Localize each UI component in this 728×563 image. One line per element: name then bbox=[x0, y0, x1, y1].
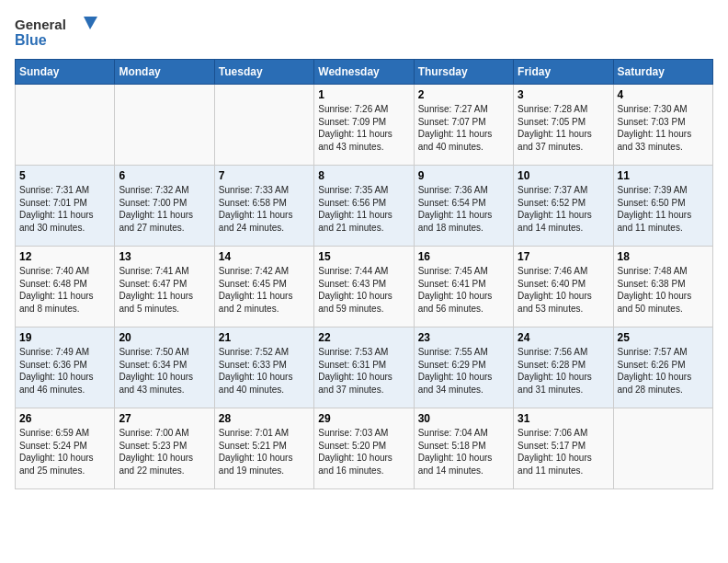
day-cell: 26Sunrise: 6:59 AM Sunset: 5:24 PM Dayli… bbox=[16, 408, 115, 489]
calendar-table: SundayMondayTuesdayWednesdayThursdayFrid… bbox=[15, 59, 713, 489]
day-info: Sunrise: 7:42 AM Sunset: 6:45 PM Dayligh… bbox=[219, 265, 310, 315]
day-cell: 4Sunrise: 7:30 AM Sunset: 7:03 PM Daylig… bbox=[613, 85, 712, 166]
day-number: 19 bbox=[19, 331, 110, 344]
svg-text:General: General bbox=[15, 17, 66, 32]
day-cell: 18Sunrise: 7:48 AM Sunset: 6:38 PM Dayli… bbox=[613, 247, 712, 327]
weekday-header-row: SundayMondayTuesdayWednesdayThursdayFrid… bbox=[16, 60, 713, 85]
day-info: Sunrise: 7:31 AM Sunset: 7:01 PM Dayligh… bbox=[19, 184, 110, 234]
day-cell: 19Sunrise: 7:49 AM Sunset: 6:36 PM Dayli… bbox=[16, 327, 115, 408]
day-info: Sunrise: 7:49 AM Sunset: 6:36 PM Dayligh… bbox=[19, 346, 110, 396]
day-number: 2 bbox=[418, 88, 509, 101]
day-info: Sunrise: 6:59 AM Sunset: 5:24 PM Dayligh… bbox=[19, 427, 110, 477]
day-number: 18 bbox=[618, 250, 709, 263]
day-cell: 22Sunrise: 7:53 AM Sunset: 6:31 PM Dayli… bbox=[314, 327, 414, 408]
day-cell: 9Sunrise: 7:36 AM Sunset: 6:54 PM Daylig… bbox=[414, 166, 513, 247]
day-info: Sunrise: 7:53 AM Sunset: 6:31 PM Dayligh… bbox=[318, 346, 409, 396]
week-row-2: 5Sunrise: 7:31 AM Sunset: 7:01 PM Daylig… bbox=[16, 166, 713, 247]
logo-svg: GeneralBlue bbox=[15, 15, 97, 52]
day-info: Sunrise: 7:28 AM Sunset: 7:05 PM Dayligh… bbox=[518, 103, 609, 153]
day-cell bbox=[613, 408, 712, 489]
day-info: Sunrise: 7:40 AM Sunset: 6:48 PM Dayligh… bbox=[19, 265, 110, 315]
day-cell: 11Sunrise: 7:39 AM Sunset: 6:50 PM Dayli… bbox=[613, 166, 712, 247]
week-row-1: 1Sunrise: 7:26 AM Sunset: 7:09 PM Daylig… bbox=[16, 85, 713, 166]
svg-marker-0 bbox=[84, 17, 97, 29]
day-info: Sunrise: 7:33 AM Sunset: 6:58 PM Dayligh… bbox=[219, 184, 310, 234]
day-info: Sunrise: 7:52 AM Sunset: 6:33 PM Dayligh… bbox=[219, 346, 310, 396]
weekday-header-monday: Monday bbox=[115, 60, 214, 85]
weekday-header-thursday: Thursday bbox=[414, 60, 513, 85]
day-cell: 14Sunrise: 7:42 AM Sunset: 6:45 PM Dayli… bbox=[214, 247, 313, 327]
day-number: 21 bbox=[219, 331, 310, 344]
day-info: Sunrise: 7:39 AM Sunset: 6:50 PM Dayligh… bbox=[618, 184, 709, 234]
day-info: Sunrise: 7:44 AM Sunset: 6:43 PM Dayligh… bbox=[318, 265, 409, 315]
day-cell bbox=[214, 85, 313, 166]
day-number: 24 bbox=[518, 331, 609, 344]
day-info: Sunrise: 7:26 AM Sunset: 7:09 PM Dayligh… bbox=[318, 103, 409, 153]
day-info: Sunrise: 7:32 AM Sunset: 7:00 PM Dayligh… bbox=[119, 184, 210, 234]
day-info: Sunrise: 7:06 AM Sunset: 5:17 PM Dayligh… bbox=[518, 427, 609, 477]
day-info: Sunrise: 7:41 AM Sunset: 6:47 PM Dayligh… bbox=[119, 265, 210, 315]
day-cell: 6Sunrise: 7:32 AM Sunset: 7:00 PM Daylig… bbox=[115, 166, 214, 247]
day-number: 23 bbox=[418, 331, 509, 344]
day-cell: 12Sunrise: 7:40 AM Sunset: 6:48 PM Dayli… bbox=[16, 247, 115, 327]
day-number: 6 bbox=[119, 169, 210, 182]
day-number: 20 bbox=[119, 331, 210, 344]
page-header: GeneralBlue bbox=[15, 15, 713, 52]
day-cell: 23Sunrise: 7:55 AM Sunset: 6:29 PM Dayli… bbox=[414, 327, 513, 408]
day-info: Sunrise: 7:30 AM Sunset: 7:03 PM Dayligh… bbox=[618, 103, 709, 153]
day-info: Sunrise: 7:48 AM Sunset: 6:38 PM Dayligh… bbox=[618, 265, 709, 315]
day-cell: 29Sunrise: 7:03 AM Sunset: 5:20 PM Dayli… bbox=[314, 408, 414, 489]
day-number: 22 bbox=[318, 331, 409, 344]
day-cell: 7Sunrise: 7:33 AM Sunset: 6:58 PM Daylig… bbox=[214, 166, 313, 247]
weekday-header-sunday: Sunday bbox=[16, 60, 115, 85]
day-cell bbox=[16, 85, 115, 166]
day-number: 25 bbox=[618, 331, 709, 344]
day-cell: 27Sunrise: 7:00 AM Sunset: 5:23 PM Dayli… bbox=[115, 408, 214, 489]
day-number: 10 bbox=[518, 169, 609, 182]
day-info: Sunrise: 7:27 AM Sunset: 7:07 PM Dayligh… bbox=[418, 103, 509, 153]
week-row-3: 12Sunrise: 7:40 AM Sunset: 6:48 PM Dayli… bbox=[16, 247, 713, 327]
day-info: Sunrise: 7:01 AM Sunset: 5:21 PM Dayligh… bbox=[219, 427, 310, 477]
day-info: Sunrise: 7:57 AM Sunset: 6:26 PM Dayligh… bbox=[618, 346, 709, 396]
day-info: Sunrise: 7:46 AM Sunset: 6:40 PM Dayligh… bbox=[518, 265, 609, 315]
day-number: 4 bbox=[618, 88, 709, 101]
day-info: Sunrise: 7:37 AM Sunset: 6:52 PM Dayligh… bbox=[518, 184, 609, 234]
day-number: 30 bbox=[418, 412, 509, 425]
day-number: 13 bbox=[119, 250, 210, 263]
day-number: 28 bbox=[219, 412, 310, 425]
day-number: 17 bbox=[518, 250, 609, 263]
svg-text:Blue: Blue bbox=[15, 32, 47, 48]
day-cell: 2Sunrise: 7:27 AM Sunset: 7:07 PM Daylig… bbox=[414, 85, 513, 166]
day-info: Sunrise: 7:03 AM Sunset: 5:20 PM Dayligh… bbox=[318, 427, 409, 477]
day-cell: 1Sunrise: 7:26 AM Sunset: 7:09 PM Daylig… bbox=[314, 85, 414, 166]
day-cell: 20Sunrise: 7:50 AM Sunset: 6:34 PM Dayli… bbox=[115, 327, 214, 408]
day-info: Sunrise: 7:36 AM Sunset: 6:54 PM Dayligh… bbox=[418, 184, 509, 234]
day-cell: 25Sunrise: 7:57 AM Sunset: 6:26 PM Dayli… bbox=[613, 327, 712, 408]
day-cell: 31Sunrise: 7:06 AM Sunset: 5:17 PM Dayli… bbox=[514, 408, 613, 489]
day-cell: 13Sunrise: 7:41 AM Sunset: 6:47 PM Dayli… bbox=[115, 247, 214, 327]
day-number: 26 bbox=[19, 412, 110, 425]
weekday-header-saturday: Saturday bbox=[613, 60, 712, 85]
day-number: 15 bbox=[318, 250, 409, 263]
day-info: Sunrise: 7:56 AM Sunset: 6:28 PM Dayligh… bbox=[518, 346, 609, 396]
day-number: 7 bbox=[219, 169, 310, 182]
day-cell: 8Sunrise: 7:35 AM Sunset: 6:56 PM Daylig… bbox=[314, 166, 414, 247]
day-number: 27 bbox=[119, 412, 210, 425]
day-info: Sunrise: 7:45 AM Sunset: 6:41 PM Dayligh… bbox=[418, 265, 509, 315]
weekday-header-wednesday: Wednesday bbox=[314, 60, 414, 85]
day-number: 16 bbox=[418, 250, 509, 263]
day-cell: 17Sunrise: 7:46 AM Sunset: 6:40 PM Dayli… bbox=[514, 247, 613, 327]
week-row-5: 26Sunrise: 6:59 AM Sunset: 5:24 PM Dayli… bbox=[16, 408, 713, 489]
day-cell: 21Sunrise: 7:52 AM Sunset: 6:33 PM Dayli… bbox=[214, 327, 313, 408]
day-cell: 3Sunrise: 7:28 AM Sunset: 7:05 PM Daylig… bbox=[514, 85, 613, 166]
day-cell: 24Sunrise: 7:56 AM Sunset: 6:28 PM Dayli… bbox=[514, 327, 613, 408]
week-row-4: 19Sunrise: 7:49 AM Sunset: 6:36 PM Dayli… bbox=[16, 327, 713, 408]
day-number: 14 bbox=[219, 250, 310, 263]
day-cell: 5Sunrise: 7:31 AM Sunset: 7:01 PM Daylig… bbox=[16, 166, 115, 247]
day-number: 1 bbox=[318, 88, 409, 101]
day-number: 5 bbox=[19, 169, 110, 182]
day-number: 12 bbox=[19, 250, 110, 263]
day-info: Sunrise: 7:04 AM Sunset: 5:18 PM Dayligh… bbox=[418, 427, 509, 477]
day-number: 31 bbox=[518, 412, 609, 425]
day-cell bbox=[115, 85, 214, 166]
